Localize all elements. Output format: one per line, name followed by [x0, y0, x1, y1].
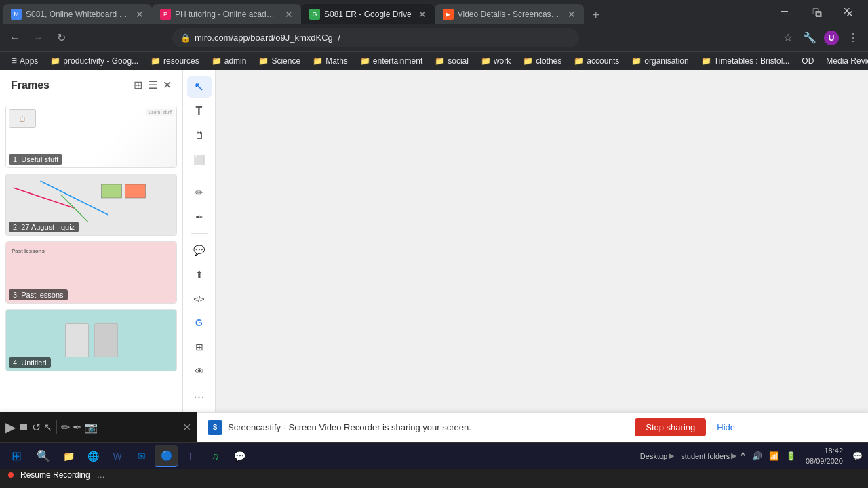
taskbar-file-explorer[interactable]: 📁 [57, 445, 80, 467]
sc-reset-button[interactable]: ↺ [32, 421, 41, 434]
bookmark-entertainment[interactable]: 📁 entertainment [355, 55, 428, 67]
taskbar-clock[interactable]: 18:42 08/09/2020 [800, 446, 848, 466]
cursor-tool[interactable]: ↖ [187, 76, 212, 98]
svg-line-2 [61, 195, 88, 222]
taskbar-word[interactable]: W [106, 445, 129, 467]
bookmark-apps[interactable]: ⊞ Apps [5, 55, 43, 67]
frame-4-label: 4. Untitled [9, 357, 51, 368]
frame-3[interactable]: Past lessons 3. Past lessons [5, 241, 177, 304]
forward-button[interactable]: → [28, 28, 47, 47]
taskbar-notification-icon[interactable]: 💬 [850, 451, 865, 461]
title-minimize[interactable]: ─ [772, 3, 803, 24]
taskbar-volume-icon[interactable]: 🔊 [749, 451, 765, 461]
more-tools-button[interactable]: ··· [187, 385, 212, 407]
taskbar-up-arrow[interactable]: ^ [738, 451, 748, 462]
hide-button[interactable]: Hide [717, 422, 735, 432]
taskbar-teams[interactable]: T [179, 445, 202, 467]
svg-line-0 [14, 188, 75, 208]
pen-tool[interactable]: ✏ [187, 182, 212, 203]
bookmarks-bar: ⊞ Apps 📁 productivity - Goog... 📁 resour… [0, 52, 868, 70]
tab-4-close[interactable]: ✕ [568, 9, 576, 20]
tab-bar: M S081, Online Whiteboard for Vi... ✕ P … [0, 0, 868, 24]
taskbar-outlook[interactable]: ✉ [130, 445, 153, 467]
start-button[interactable]: ⊞ [3, 444, 30, 468]
extensions-button[interactable]: 🔧 [800, 28, 819, 47]
sc-cursor-button[interactable]: ↖ [43, 421, 52, 434]
bookmark-maths[interactable]: 📁 Maths [307, 55, 353, 67]
reload-button[interactable]: ↻ [52, 28, 71, 47]
bookmark-admin[interactable]: 📁 admin [206, 55, 252, 67]
title-close[interactable]: ✕ [834, 3, 865, 24]
bookmark-social[interactable]: 📁 social [429, 55, 474, 67]
taskbar: ⊞ 🔍 📁 🌐 W ✉ 🔵 T ♫ 💬 Desktop ▶ stud [0, 442, 868, 469]
bookmark-od[interactable]: OD [796, 55, 819, 67]
grid-tool[interactable]: ⊞ [187, 336, 212, 358]
taskbar-show-desktop[interactable]: Desktop [640, 452, 667, 460]
code-tool[interactable]: </> [187, 288, 212, 310]
more-button[interactable]: ⋮ [844, 28, 863, 47]
taskbar-student-folders[interactable]: student folders [681, 452, 730, 460]
bookmark-media-review[interactable]: Media Review [821, 55, 868, 67]
frame-4[interactable]: 4. Untitled [5, 309, 177, 371]
tab-4[interactable]: ▶ Video Details - Screencastify ✕ [435, 4, 584, 24]
bookmark-resources[interactable]: 📁 resources [145, 55, 205, 67]
bookmark-productivity[interactable]: 📁 productivity - Goog... [45, 55, 144, 67]
app-area: Frames ⊞ ☰ ✕ 📋 useful stuff 1. Useful st… [0, 70, 868, 412]
sc-stop-button[interactable]: ⏹ [18, 421, 29, 433]
bookmark-accounts[interactable]: 📁 accounts [568, 55, 625, 67]
bookmark-organisation[interactable]: 📁 organisation [626, 55, 694, 67]
sc-camera-button[interactable]: 📷 [84, 421, 98, 434]
taskbar-right: Desktop ▶ student folders ▶ ^ 🔊 📶 🔋 18:4… [640, 446, 865, 466]
taskbar-battery-icon[interactable]: 🔋 [783, 451, 799, 461]
pencil-tool[interactable]: ✒ [187, 206, 212, 228]
address-bar[interactable]: 🔒 miro.com/app/board/o9J_kmxdKCg=/ [172, 28, 579, 47]
upload-tool[interactable]: ⬆ [187, 264, 212, 285]
sc-close-button[interactable]: ✕ [182, 421, 191, 434]
frame-2[interactable]: 2. 27 August - quiz [5, 174, 177, 236]
tab-2[interactable]: P PH tutoring - Online academic t... ✕ [152, 4, 301, 24]
shape-tool[interactable]: ⬜ [187, 149, 212, 171]
word-icon: W [111, 450, 123, 462]
comment-tool[interactable]: 💬 [187, 239, 212, 261]
sidebar: Frames ⊞ ☰ ✕ 📋 useful stuff 1. Useful st… [0, 70, 183, 412]
tab-1-close[interactable]: ✕ [136, 9, 144, 20]
tab-3-close[interactable]: ✕ [418, 9, 427, 20]
bookmark-work[interactable]: 📁 work [475, 55, 516, 67]
bookmark-star[interactable]: ☆ [778, 28, 797, 47]
screencastify-actions: Stop sharing Hide [635, 418, 735, 436]
back-button[interactable]: ← [5, 28, 24, 47]
new-tab-button[interactable]: + [587, 5, 606, 24]
sc-marker-button[interactable]: ✒ [73, 421, 81, 434]
bottom-area: S Screencastify - Screen Video Recorder … [0, 412, 868, 469]
sticky-tool[interactable]: 🗒 [187, 125, 212, 146]
taskbar-whatsapp[interactable]: 💬 [228, 445, 251, 467]
taskbar-chrome[interactable]: 🔵 [155, 445, 178, 467]
profile-button[interactable]: U [822, 28, 841, 47]
google-tool[interactable]: G [187, 312, 212, 334]
sc-pen-button[interactable]: ✏ [61, 421, 70, 434]
frame-1[interactable]: 📋 useful stuff 1. Useful stuff [5, 106, 177, 168]
taskbar-network-icon[interactable]: 📶 [766, 451, 782, 461]
eye-tool[interactable]: 👁 [187, 361, 212, 382]
tab-2-title: PH tutoring - Online academic t... [175, 9, 278, 19]
url-text: miro.com/app/board/o9J_kmxdKCg=/ [195, 33, 340, 43]
tab-1[interactable]: M S081, Online Whiteboard for Vi... ✕ [3, 4, 152, 24]
bookmark-timetables[interactable]: 📁 Timetables : Bristol... [696, 55, 795, 67]
bookmark-clothes[interactable]: 📁 clothes [517, 55, 567, 67]
list-view-button[interactable]: ☰ [148, 79, 157, 92]
search-button[interactable]: 🔍 [31, 444, 56, 468]
grid-view-button[interactable]: ⊞ [134, 79, 142, 92]
sc-play-button[interactable]: ▶ [5, 419, 16, 435]
taskbar-date: 08/09/2020 [806, 456, 843, 466]
taskbar-edge[interactable]: 🌐 [81, 445, 104, 467]
tab-2-icon: P [160, 9, 171, 20]
text-tool[interactable]: T [187, 100, 212, 122]
tab-3[interactable]: G S081 ER - Google Drive ✕ [301, 4, 435, 24]
title-restore[interactable]: ⧉ [803, 3, 834, 24]
taskbar-spotify[interactable]: ♫ [203, 445, 226, 467]
stop-sharing-button[interactable]: Stop sharing [635, 418, 706, 436]
chrome-icon: 🔵 [160, 449, 172, 462]
bookmark-science[interactable]: 📁 Science [253, 55, 306, 67]
tab-2-close[interactable]: ✕ [285, 9, 293, 20]
close-sidebar-button[interactable]: ✕ [163, 79, 172, 92]
